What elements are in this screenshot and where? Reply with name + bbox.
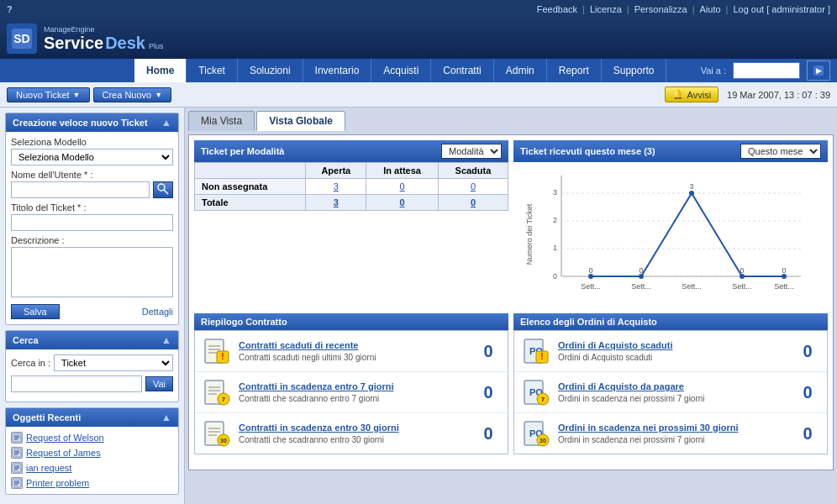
nav-contratti[interactable]: Contratti (431, 59, 493, 82)
nav-soluzioni[interactable]: Soluzioni (238, 59, 303, 82)
ordini-desc-3: Ordini in scadenza nei prossimi 7 giorni (558, 435, 705, 444)
nuovo-ticket-button[interactable]: Nuovo Ticket ▼ (7, 87, 90, 102)
collapse-icon[interactable]: ▲ (161, 117, 171, 129)
salva-button[interactable]: Salva (11, 304, 60, 319)
modello-select[interactable]: Seleziona Modello (11, 149, 173, 165)
creazione-panel: Creazione veloce nuovo Ticket ▲ Selezion… (5, 113, 179, 325)
elenco-ordini-header: Elenco degli Ordini di Acquisto (513, 313, 828, 330)
riepilogo-link-3[interactable]: Contratti in scadenza entro 30 giorni (239, 423, 476, 433)
personalizza-link[interactable]: Personalizza (634, 4, 687, 14)
ordini-link-3[interactable]: Ordini in scadenza nei prossimi 30 giorn… (558, 423, 795, 433)
riepilogo-contratto-header: Riepilogo Contratto (194, 313, 508, 330)
nav-acquisti[interactable]: Acquisti (371, 59, 431, 82)
chart-container: Numero dei Ticket 0 1 2 3 (513, 162, 828, 308)
main-area: Creazione veloce nuovo Ticket ▲ Selezion… (0, 108, 837, 504)
svg-text:Sett...: Sett... (732, 282, 752, 291)
row-in-attesa-non-assegnata[interactable]: 0 (366, 179, 439, 195)
svg-text:0: 0 (588, 266, 592, 275)
svg-text:0: 0 (782, 266, 786, 275)
chart-period-select[interactable]: Questo mese (740, 144, 821, 159)
svg-text:30: 30 (540, 438, 546, 444)
vai-button[interactable]: Vai (145, 376, 173, 391)
bell-icon: 🔔 (672, 89, 684, 100)
riepilogo-link-1[interactable]: Contratti scaduti di recente (239, 340, 476, 350)
ticket-modalita-title: Ticket per Modalità (201, 146, 284, 156)
totale-scaduta[interactable]: 0 (438, 195, 508, 211)
recent-item-icon-1 (11, 432, 23, 444)
creazione-title: Creazione veloce nuovo Ticket (13, 118, 148, 128)
descrizione-label: Descrizione : (11, 235, 173, 245)
cerca-keyword-input[interactable] (11, 375, 142, 392)
dettagli-link[interactable]: Dettagli (142, 307, 173, 317)
titolo-ticket-row: Titolo del Ticket * : (11, 202, 173, 231)
nav-report[interactable]: Report (547, 59, 602, 82)
ordini-count-3: 0 (795, 424, 820, 444)
cerca-title: Cerca (13, 335, 39, 345)
nome-utente-input-row (11, 181, 173, 198)
tab-vista-globale[interactable]: Vista Globale (256, 111, 345, 131)
tab-mia-vista[interactable]: Mia Vista (188, 111, 255, 131)
summary-text-2: Contratti in scadenza entro 7 giorni Con… (239, 381, 476, 403)
cerca-keyword-row: Vai (11, 375, 173, 392)
totale-aperta[interactable]: 3 (306, 195, 366, 211)
top-bar: ? Feedback | Licenza | Personalizza | Ai… (0, 0, 837, 18)
modalita-select[interactable]: Modalità (441, 144, 502, 159)
oggetti-collapse-icon[interactable]: ▲ (161, 412, 171, 423)
nome-utente-row: Nome dell'Utente * : (11, 170, 173, 198)
nav-ticket[interactable]: Ticket (187, 59, 238, 82)
table-row-totale: Totale 3 0 0 (195, 195, 508, 211)
licenza-link[interactable]: Licenza (590, 4, 622, 14)
recent-item-link-1[interactable]: Request of Welson (26, 433, 104, 443)
titolo-ticket-input[interactable] (11, 214, 173, 231)
recent-item-link-3[interactable]: ian request (26, 463, 71, 473)
totale-label: Totale (195, 195, 306, 211)
totale-in-attesa[interactable]: 0 (366, 195, 439, 211)
titolo-ticket-label: Titolo del Ticket * : (11, 202, 173, 213)
svg-text:Numero dei Ticket: Numero dei Ticket (525, 203, 534, 265)
recent-item-link-2[interactable]: Request of James (26, 448, 101, 458)
nav-supporto[interactable]: Supporto (602, 59, 667, 82)
nome-utente-input[interactable] (11, 181, 150, 198)
svg-text:30: 30 (220, 438, 227, 444)
svg-text:▶: ▶ (816, 66, 822, 75)
tabs: Mia Vista Vista Globale (188, 111, 834, 131)
nav-admin[interactable]: Admin (494, 59, 547, 82)
list-item: PO 30 Ordini in scadenza nei prossimi 30… (514, 413, 827, 454)
user-search-button[interactable] (153, 181, 173, 198)
action-bar: Nuovo Ticket ▼ Crea Nuovo ▼ 🔔 Avvisi 19 … (0, 82, 837, 108)
riepilogo-count-1: 0 (476, 342, 501, 361)
nav-go-button[interactable]: ▶ (807, 60, 830, 81)
avvisi-button[interactable]: 🔔 Avvisi (665, 87, 719, 102)
row-aperta-non-assegnata[interactable]: 3 (306, 179, 366, 195)
recent-item-icon-4 (11, 477, 23, 489)
nav-search-input[interactable] (733, 62, 800, 79)
riepilogo-contratto-items: ! Contratti scaduti di recente Contratti… (194, 330, 508, 454)
dropdown-arrow-icon2: ▼ (155, 91, 162, 99)
descrizione-textarea[interactable] (11, 247, 173, 297)
cerca-panel-body: Cerca in : Ticket Vai (6, 349, 178, 402)
nav-inventario[interactable]: Inventario (303, 59, 372, 82)
top-bar-right: Feedback | Licenza | Personalizza | Aiut… (537, 4, 830, 14)
list-item: Printer problem (11, 475, 173, 491)
summary-text-1: Contratti scaduti di recente Contratti s… (239, 340, 476, 362)
recent-item-link-4[interactable]: Printer problem (26, 478, 89, 488)
riepilogo-link-2[interactable]: Contratti in scadenza entro 7 giorni (239, 381, 476, 391)
cerca-in-select[interactable]: Ticket (54, 354, 173, 371)
cerca-collapse-icon[interactable]: ▲ (161, 334, 171, 346)
logout-link[interactable]: Log out [ administrator ] (733, 4, 830, 14)
contract-30days-icon: 30 (202, 418, 232, 449)
elenco-ordini-title: Elenco degli Ordini di Acquisto (520, 317, 657, 327)
feedback-link[interactable]: Feedback (537, 4, 577, 14)
header: SD ManageEngine Service Desk Plus (0, 18, 837, 59)
table-row: Non assegnata 3 0 0 (195, 179, 508, 195)
svg-text:!: ! (540, 352, 543, 361)
ordini-link-1[interactable]: Ordini di Acquisto scaduti (558, 340, 795, 350)
crea-nuovo-button[interactable]: Crea Nuovo ▼ (93, 87, 172, 102)
ordini-link-2[interactable]: Ordini di Acquisto da pagare (558, 381, 795, 391)
svg-point-4 (158, 184, 165, 191)
svg-text:3: 3 (553, 188, 557, 197)
aiuto-link[interactable]: Aiuto (700, 4, 721, 14)
ticket-modalita-section: Ticket per Modalità Modalità Aperta In a… (194, 140, 508, 308)
row-scaduta-non-assegnata[interactable]: 0 (438, 179, 508, 195)
nav-home[interactable]: Home (134, 59, 187, 82)
